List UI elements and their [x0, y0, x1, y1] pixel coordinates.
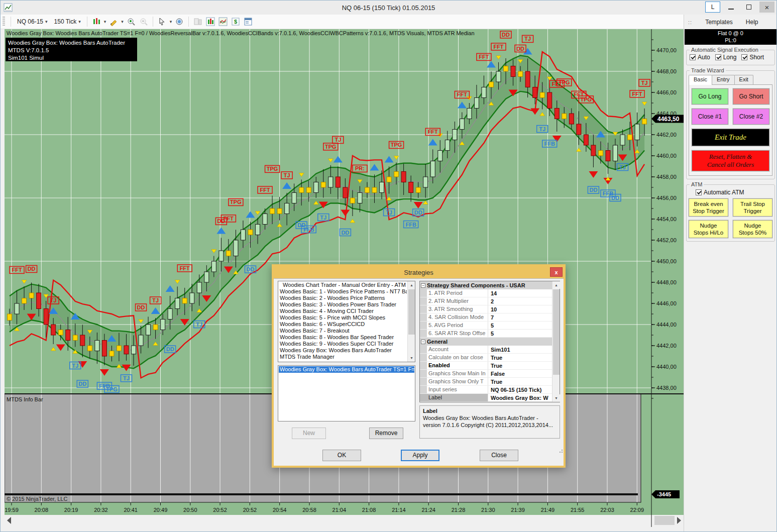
- list-scrollbar[interactable]: ▲ ▼: [407, 281, 415, 362]
- trail-stop-button[interactable]: Trail Stop Trigger: [733, 198, 772, 217]
- regions-icon[interactable]: [218, 17, 228, 27]
- property-row[interactable]: Graphics Show Only TTrue: [420, 378, 552, 386]
- collapse-icon[interactable]: −: [421, 340, 425, 344]
- toolbar-grip[interactable]: [3, 17, 5, 27]
- interval-selector[interactable]: 150 Tick ▾: [52, 17, 83, 26]
- property-row[interactable]: Input seriesNQ 06-15 (150 Tick): [420, 386, 552, 394]
- dialog-close-button[interactable]: x: [550, 267, 563, 277]
- selected-strategy-item[interactable]: Woodies Gray Box: Woodies Bars AutoTrade…: [279, 366, 414, 373]
- data-box-icon[interactable]: [174, 17, 184, 27]
- property-row[interactable]: 4. SAR Collision Mode7: [420, 313, 552, 322]
- price-axis-label: 4450,00: [656, 258, 677, 264]
- candle-body: [430, 161, 435, 177]
- dialog-titlebar[interactable]: Strategies x: [274, 266, 564, 278]
- property-section-header[interactable]: −General: [420, 338, 552, 346]
- property-row[interactable]: Graphics Show Main InFalse: [420, 370, 552, 378]
- break-even-button[interactable]: Break even Stop Trigger: [689, 198, 728, 217]
- chevron-down-icon[interactable]: ▾: [170, 19, 172, 24]
- scroll-up-icon[interactable]: ▲: [408, 281, 415, 289]
- close-button[interactable]: ×: [759, 2, 774, 13]
- atm-title: ATM: [690, 181, 704, 187]
- resize-grip[interactable]: [559, 449, 563, 453]
- property-row[interactable]: 3. ATR Smoothing10: [420, 305, 552, 313]
- tab-exit[interactable]: Exit: [734, 75, 753, 84]
- scroll-thumb[interactable]: [408, 289, 415, 335]
- pattern-label-text: FFB: [303, 227, 314, 233]
- minimize-button[interactable]: [723, 2, 738, 13]
- zoom-in-icon[interactable]: [126, 17, 136, 27]
- strategy-list-item[interactable]: Woodies Gray Box: Woodies Bars AutoTrade…: [279, 347, 407, 354]
- nudge-50-button[interactable]: Nudge Stops 50%: [733, 220, 772, 238]
- tab-entry[interactable]: Entry: [712, 75, 735, 84]
- property-row[interactable]: Calculate on bar closeTrue: [420, 354, 552, 362]
- auto-exec-checkbox[interactable]: Long: [715, 54, 737, 61]
- strategy-list-item[interactable]: Woodies Basic: 6 - WSuperCCICD: [279, 321, 407, 328]
- property-row[interactable]: 1. ATR Period14: [420, 289, 552, 297]
- zoom-out-icon[interactable]: [139, 17, 149, 27]
- checkbox-icon: [715, 54, 721, 60]
- strategy-list-item[interactable]: Woodies Basic: 9 - Woodies Super CCI Tra…: [279, 341, 407, 347]
- chart-trader-icon[interactable]: [193, 17, 203, 27]
- property-section-header[interactable]: −Strategy Shared Components - USAR: [420, 281, 552, 289]
- cursor-tool-icon[interactable]: [157, 17, 167, 27]
- window-titlebar[interactable]: NQ 06-15 (150 Tick) 01.05.2015 L ×: [1, 1, 776, 15]
- applied-strategies-list[interactable]: Woodies Gray Box: Woodies Bars AutoTrade…: [278, 365, 415, 421]
- menu-help[interactable]: Help: [746, 19, 758, 26]
- grid-scrollbar[interactable]: ▲ ▼: [552, 281, 560, 402]
- ok-button[interactable]: OK: [322, 450, 361, 461]
- apply-button[interactable]: Apply: [401, 450, 439, 461]
- strategy-list-item[interactable]: Woodies Basic: 7 - Breakout: [279, 328, 407, 334]
- chart-style-icon[interactable]: [91, 17, 101, 27]
- nudge-hilo-button[interactable]: Nudge Stops Hi/Lo: [689, 220, 728, 238]
- tab-basic[interactable]: Basic: [689, 75, 712, 85]
- strategy-list-item[interactable]: Woodies Basic: 5 - Price with MCCI Slope…: [279, 314, 407, 321]
- property-row[interactable]: EnabledTrue: [420, 362, 552, 370]
- auto-exec-checkbox[interactable]: Short: [741, 54, 764, 61]
- reset-flatten-button[interactable]: Reset, Flatten & Cancel all Orders: [692, 150, 769, 171]
- strategy-list-item[interactable]: Woodies Chart Trader - Manual Order Entr…: [279, 282, 407, 288]
- exit-trade-button[interactable]: Exit Trade: [692, 129, 769, 146]
- scroll-down-icon[interactable]: ▼: [408, 354, 415, 362]
- auto-exec-checkbox[interactable]: Auto: [690, 54, 710, 61]
- new-button[interactable]: New: [292, 428, 326, 439]
- panel-menu-grip[interactable]: ::: [688, 19, 692, 25]
- close-2-button[interactable]: Close #2: [733, 109, 769, 125]
- strategy-list-item[interactable]: MTDS Trade Manager: [279, 354, 407, 360]
- go-long-button[interactable]: Go Long: [692, 88, 728, 104]
- strategy-list-item[interactable]: Woodies Basic: 1 - Woodies Price Pattern…: [279, 288, 407, 295]
- dialog-title: Strategies: [404, 269, 433, 276]
- strategy-list-item[interactable]: Woodies Basic: 2 - Woodies Price Pattern…: [279, 295, 407, 301]
- available-strategies-list[interactable]: Woodies Chart Trader - Manual Order Entr…: [278, 281, 415, 362]
- property-row[interactable]: 2. ATR Multiplier2: [420, 297, 552, 305]
- row-gutter: [420, 346, 427, 353]
- strategy-list-item[interactable]: Woodies Basic: 4 - Moving CCI Trader: [279, 308, 407, 314]
- property-row[interactable]: 5. AVG Period5: [420, 322, 552, 330]
- chevron-down-icon[interactable]: ▾: [104, 19, 106, 24]
- link-button[interactable]: L: [705, 2, 720, 13]
- candle-body: [285, 203, 289, 214]
- scroll-down-icon[interactable]: ▼: [552, 394, 560, 402]
- automatic-atm-checkbox[interactable]: Automatic ATM: [689, 188, 772, 196]
- account-data-icon[interactable]: $: [231, 17, 241, 27]
- draw-tool-icon[interactable]: [108, 17, 119, 27]
- go-short-button[interactable]: Go Short: [733, 88, 769, 104]
- strategy-list-item[interactable]: Woodies Basic: 3 - Woodies Power Bars Tr…: [279, 301, 407, 308]
- close-dialog-button[interactable]: Close: [480, 450, 518, 461]
- property-row[interactable]: AccountSim101: [420, 346, 552, 354]
- strategy-property-grid[interactable]: −Strategy Shared Components - USAR1. ATR…: [419, 281, 560, 402]
- property-row[interactable]: LabelWoodies Gray Box: W: [420, 394, 552, 402]
- property-row[interactable]: 6. SAR ATR Stop Offse5: [420, 330, 552, 338]
- strategy-list-item[interactable]: Woodies Basic: 8 - Woodies Bar Speed Tra…: [279, 334, 407, 341]
- indicators-icon[interactable]: [205, 17, 215, 27]
- instrument-selector[interactable]: NQ 06-15 ▾: [15, 17, 50, 26]
- remove-button[interactable]: Remove: [369, 428, 403, 439]
- position-line: Flat 0 @ 0: [685, 30, 776, 37]
- menu-templates[interactable]: Templates: [705, 19, 733, 26]
- properties-icon[interactable]: [243, 17, 253, 27]
- scroll-thumb[interactable]: [553, 289, 560, 375]
- close-1-button[interactable]: Close #1: [692, 109, 728, 125]
- chevron-down-icon[interactable]: ▾: [121, 19, 124, 24]
- maximize-button[interactable]: [741, 2, 756, 13]
- collapse-icon[interactable]: −: [421, 283, 425, 288]
- scroll-up-icon[interactable]: ▲: [552, 281, 560, 289]
